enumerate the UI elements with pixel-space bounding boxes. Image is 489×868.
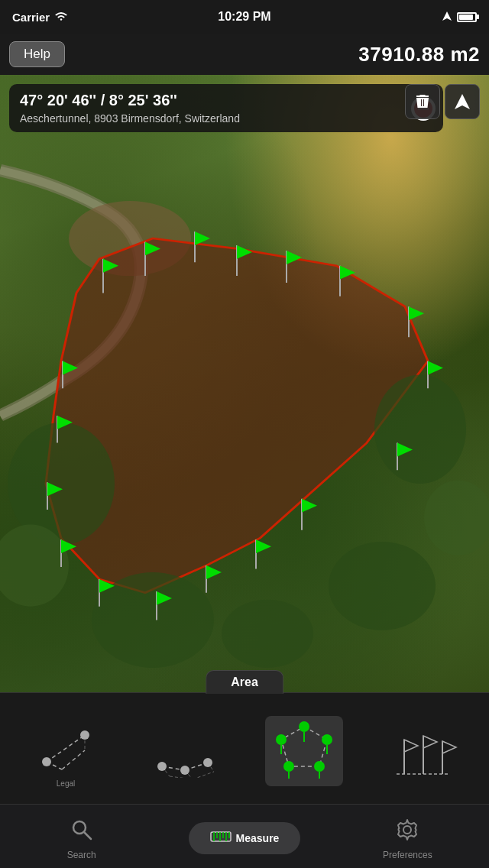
measure-pill: Measure bbox=[189, 822, 301, 854]
svg-point-61 bbox=[180, 766, 189, 775]
svg-marker-46 bbox=[455, 94, 470, 109]
tab-measure-label: Measure bbox=[236, 832, 280, 844]
tool-icon-multi bbox=[150, 720, 220, 782]
svg-point-4 bbox=[374, 374, 466, 484]
wifi-icon bbox=[54, 11, 68, 24]
svg-point-67 bbox=[283, 761, 294, 772]
gear-icon bbox=[396, 818, 419, 847]
address-display: Aeschertunnel, 8903 Birmensdorf, Switzer… bbox=[20, 112, 406, 125]
svg-point-65 bbox=[322, 734, 332, 745]
svg-point-51 bbox=[42, 757, 51, 766]
svg-point-66 bbox=[314, 761, 325, 772]
svg-point-62 bbox=[203, 758, 212, 767]
svg-marker-77 bbox=[423, 736, 437, 748]
battery-icon bbox=[457, 12, 477, 22]
map-area[interactable]: 47° 20' 46'' / 8° 25' 36'' Aeschertunnel… bbox=[0, 75, 489, 692]
info-popup: 47° 20' 46'' / 8° 25' 36'' Aeschertunnel… bbox=[9, 84, 443, 132]
svg-point-64 bbox=[299, 721, 309, 732]
tab-measure[interactable]: Measure bbox=[163, 805, 325, 868]
svg-line-59 bbox=[193, 772, 214, 778]
tool-option-flags[interactable] bbox=[364, 720, 483, 784]
svg-marker-75 bbox=[404, 740, 418, 752]
tool-icon-flags bbox=[384, 720, 462, 782]
svg-point-7 bbox=[222, 600, 313, 668]
tab-preferences-label: Preferences bbox=[383, 850, 432, 860]
tool-option-area[interactable] bbox=[244, 716, 364, 788]
help-button[interactable]: Help bbox=[9, 41, 65, 67]
location-status-icon bbox=[442, 11, 452, 24]
tool-selector: Legal bbox=[0, 693, 489, 804]
svg-point-52 bbox=[80, 730, 89, 740]
tool-option-distance[interactable]: Legal bbox=[6, 715, 125, 788]
svg-point-68 bbox=[276, 734, 287, 745]
svg-marker-30 bbox=[195, 232, 210, 245]
tab-bar: Search Measure bbox=[0, 804, 489, 868]
my-location-button[interactable] bbox=[445, 84, 480, 119]
svg-line-47 bbox=[47, 735, 85, 762]
svg-marker-37 bbox=[302, 499, 317, 513]
top-nav: Help 37910.88 m2 bbox=[0, 34, 489, 75]
measure-icon bbox=[210, 828, 232, 848]
status-bar: Carrier 10:29 PM bbox=[0, 0, 489, 34]
search-icon bbox=[70, 818, 93, 847]
tab-search-label: Search bbox=[67, 850, 96, 860]
tool-option-multi[interactable] bbox=[125, 720, 244, 784]
svg-marker-0 bbox=[442, 11, 452, 21]
svg-line-56 bbox=[170, 776, 193, 778]
status-time: 10:29 PM bbox=[218, 10, 270, 24]
tool-icon-distance bbox=[31, 715, 101, 778]
svg-point-6 bbox=[329, 542, 436, 630]
svg-marker-34 bbox=[409, 306, 424, 320]
svg-point-60 bbox=[157, 762, 167, 771]
tool-label-distance: Legal bbox=[57, 779, 75, 788]
area-measurement: 37910.88 m2 bbox=[358, 43, 480, 66]
carrier-label: Carrier bbox=[12, 11, 68, 24]
tool-icon-area bbox=[265, 716, 343, 786]
svg-point-9 bbox=[424, 481, 489, 555]
map-actions bbox=[405, 84, 480, 119]
tool-selector-area: Area Legal bbox=[0, 692, 489, 804]
area-tab-label: Area bbox=[206, 670, 283, 694]
tab-search[interactable]: Search bbox=[0, 805, 163, 868]
svg-point-90 bbox=[403, 826, 411, 834]
svg-line-82 bbox=[84, 832, 91, 839]
map-svg-overlay bbox=[0, 75, 489, 692]
svg-line-49 bbox=[62, 750, 85, 769]
svg-marker-35 bbox=[428, 361, 443, 375]
svg-marker-39 bbox=[206, 565, 222, 579]
svg-marker-38 bbox=[256, 539, 271, 553]
tab-preferences[interactable]: Preferences bbox=[326, 805, 489, 868]
coordinates-display: 47° 20' 46'' / 8° 25' 36'' bbox=[20, 92, 406, 109]
delete-button[interactable] bbox=[405, 84, 440, 119]
status-right-icons bbox=[442, 11, 477, 24]
svg-marker-79 bbox=[442, 741, 456, 753]
